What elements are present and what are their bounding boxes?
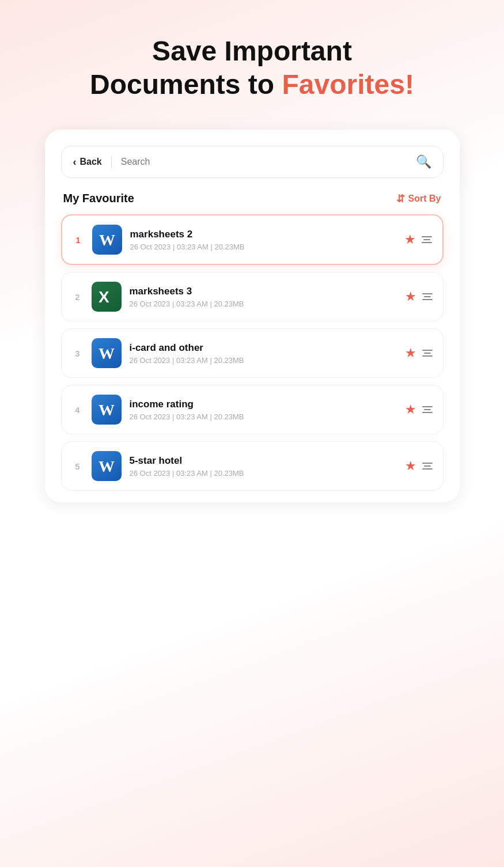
menu-line: [422, 406, 433, 407]
menu-line: [422, 463, 433, 464]
file-actions: ★: [405, 289, 433, 304]
file-name: i-card and other: [130, 342, 397, 354]
file-item[interactable]: 4 W income rating26 Oct 2023 | 03:23 AM …: [61, 385, 444, 434]
back-label: Back: [80, 157, 102, 167]
favorite-star-icon[interactable]: ★: [405, 289, 416, 304]
file-info: 5-star hotel26 Oct 2023 | 03:23 AM | 20.…: [130, 455, 397, 478]
menu-line: [422, 468, 433, 470]
file-name: 5-star hotel: [130, 455, 397, 467]
file-actions: ★: [405, 346, 433, 361]
menu-line: [422, 242, 432, 243]
search-icon[interactable]: 🔍: [416, 154, 431, 169]
section-header: My Favourite ⇵ Sort By: [61, 192, 444, 205]
word-icon: W: [92, 225, 122, 255]
file-item[interactable]: 5 W 5-star hotel26 Oct 2023 | 03:23 AM |…: [61, 441, 444, 491]
search-bar[interactable]: ‹ Back 🔍: [61, 146, 444, 178]
file-actions: ★: [405, 459, 433, 474]
file-info: i-card and other26 Oct 2023 | 03:23 AM |…: [130, 342, 397, 365]
file-actions: ★: [405, 402, 433, 417]
favorite-star-icon[interactable]: ★: [405, 402, 416, 417]
back-chevron-icon: ‹: [73, 156, 77, 168]
file-name: marksheets 2: [130, 229, 396, 240]
hero-title-line1: Save Important: [152, 36, 352, 66]
file-actions: ★: [404, 232, 432, 247]
svg-text:W: W: [98, 401, 115, 419]
word-icon: W: [92, 395, 122, 425]
menu-line: [422, 299, 433, 300]
file-number: 4: [72, 405, 84, 415]
menu-line: [424, 409, 431, 410]
back-button[interactable]: ‹ Back: [73, 156, 102, 168]
section-title: My Favourite: [63, 192, 134, 205]
file-item[interactable]: 3 W i-card and other26 Oct 2023 | 03:23 …: [61, 328, 444, 378]
file-info: marksheets 226 Oct 2023 | 03:23 AM | 20.…: [130, 229, 396, 251]
file-meta: 26 Oct 2023 | 03:23 AM | 20.23MB: [130, 300, 397, 308]
hero-section: Save Important Documents to Favorites!: [90, 35, 414, 101]
menu-line: [424, 465, 431, 467]
svg-text:X: X: [98, 288, 109, 306]
file-number: 3: [72, 349, 84, 358]
menu-line: [422, 355, 433, 357]
file-meta: 26 Oct 2023 | 03:23 AM | 20.23MB: [130, 412, 397, 421]
search-bar-divider: [111, 156, 112, 168]
favorite-star-icon[interactable]: ★: [405, 459, 416, 474]
main-card: ‹ Back 🔍 My Favourite ⇵ Sort By 1 W mark…: [45, 130, 460, 502]
search-input[interactable]: [121, 157, 409, 167]
file-meta: 26 Oct 2023 | 03:23 AM | 20.23MB: [130, 469, 397, 478]
svg-text:W: W: [98, 457, 115, 475]
favorite-star-icon[interactable]: ★: [405, 346, 416, 361]
search-input-wrapper[interactable]: [121, 157, 409, 167]
menu-line: [422, 350, 433, 351]
page-wrapper: Save Important Documents to Favorites! ‹…: [0, 0, 504, 867]
word-icon: W: [92, 338, 122, 368]
word-icon: W: [92, 451, 122, 481]
menu-line: [422, 236, 432, 237]
file-item[interactable]: 2 X marksheets 326 Oct 2023 | 03:23 AM |…: [61, 272, 444, 321]
svg-text:W: W: [98, 344, 115, 362]
menu-line: [422, 412, 433, 413]
file-info: marksheets 326 Oct 2023 | 03:23 AM | 20.…: [130, 286, 397, 308]
file-name: marksheets 3: [130, 286, 397, 297]
excel-icon: X: [92, 282, 122, 312]
sort-icon: ⇵: [396, 192, 405, 205]
file-name: income rating: [130, 399, 397, 410]
file-meta: 26 Oct 2023 | 03:23 AM | 20.23MB: [130, 243, 396, 251]
file-menu-icon[interactable]: [422, 236, 432, 243]
file-menu-icon[interactable]: [422, 406, 433, 413]
menu-line: [424, 296, 431, 297]
file-menu-icon[interactable]: [422, 350, 433, 357]
hero-title: Save Important Documents to Favorites!: [90, 35, 414, 101]
svg-text:W: W: [99, 231, 115, 249]
sort-button[interactable]: ⇵ Sort By: [396, 192, 441, 205]
file-menu-icon[interactable]: [422, 293, 433, 300]
file-item[interactable]: 1 W marksheets 226 Oct 2023 | 03:23 AM |…: [61, 214, 444, 265]
file-list: 1 W marksheets 226 Oct 2023 | 03:23 AM |…: [61, 214, 444, 491]
sort-label: Sort By: [408, 194, 441, 204]
file-number: 2: [72, 292, 84, 302]
favorite-star-icon[interactable]: ★: [404, 232, 416, 247]
file-menu-icon[interactable]: [422, 463, 433, 470]
menu-line: [424, 353, 431, 354]
hero-title-line2: Documents to: [90, 69, 282, 100]
menu-line: [422, 293, 433, 294]
file-number: 1: [73, 235, 84, 245]
menu-line: [423, 239, 430, 240]
file-number: 5: [72, 461, 84, 471]
file-info: income rating26 Oct 2023 | 03:23 AM | 20…: [130, 399, 397, 421]
hero-title-highlight: Favorites!: [282, 69, 414, 100]
file-meta: 26 Oct 2023 | 03:23 AM | 20.23MB: [130, 356, 397, 365]
